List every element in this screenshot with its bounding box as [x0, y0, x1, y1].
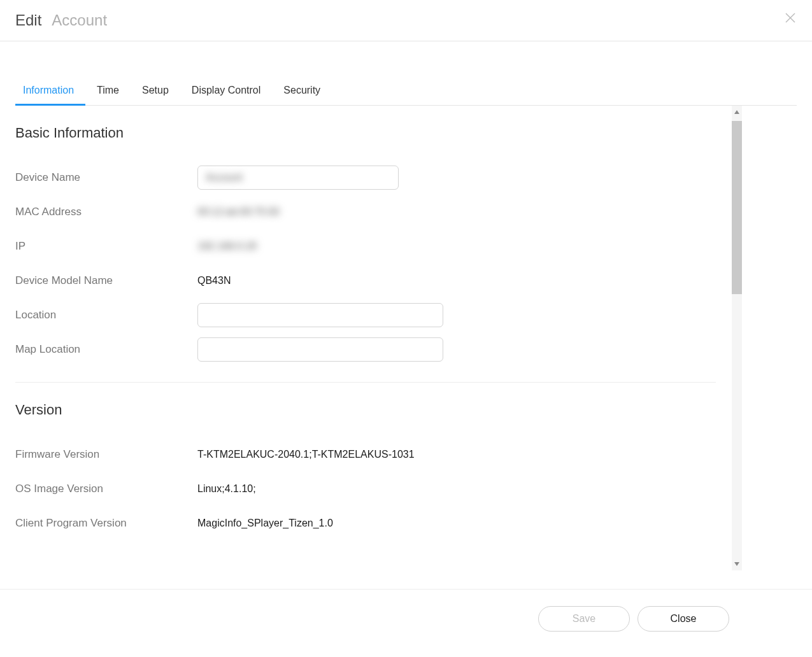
label-location: Location [15, 309, 197, 321]
close-button[interactable]: Close [637, 606, 729, 632]
value-client-program-version: MagicInfo_SPlayer_Tizen_1.0 [197, 518, 333, 529]
scrollbar[interactable] [732, 106, 742, 570]
location-input[interactable] [197, 303, 443, 327]
row-map-location: Map Location [15, 332, 716, 367]
header-account-label: Account [52, 11, 107, 29]
section-basic-information: Basic Information Device Name Account MA… [15, 125, 716, 383]
label-firmware-version: Firmware Version [15, 448, 197, 461]
scrollbar-thumb[interactable] [732, 121, 742, 294]
tab-information[interactable]: Information [15, 77, 85, 105]
label-map-location: Map Location [15, 343, 197, 356]
device-name-input[interactable]: Account [197, 166, 399, 190]
row-device-model-name: Device Model Name QB43N [15, 264, 716, 298]
value-firmware-version: T-KTM2ELAKUC-2040.1;T-KTM2ELAKUS-1031 [197, 449, 415, 460]
content-area: Basic Information Device Name Account MA… [0, 106, 812, 570]
value-os-image-version: Linux;4.1.10; [197, 483, 256, 495]
label-os-image-version: OS Image Version [15, 483, 197, 495]
row-client-program-version: Client Program Version MagicInfo_SPlayer… [15, 506, 716, 540]
label-client-program-version: Client Program Version [15, 517, 197, 530]
row-device-name: Device Name Account [15, 160, 716, 195]
close-icon[interactable] [784, 11, 797, 24]
tab-time[interactable]: Time [85, 77, 131, 105]
label-device-model-name: Device Model Name [15, 274, 197, 287]
save-button[interactable]: Save [538, 606, 630, 632]
scroll-up-icon[interactable] [732, 107, 742, 117]
device-name-value: Account [206, 172, 243, 183]
tabs-container: Information Time Setup Display Control S… [0, 77, 812, 106]
tab-setup[interactable]: Setup [131, 77, 180, 105]
svg-marker-2 [734, 110, 739, 114]
row-os-image-version: OS Image Version Linux;4.1.10; [15, 472, 716, 506]
tab-display-control[interactable]: Display Control [180, 77, 272, 105]
row-location: Location [15, 298, 716, 332]
section-title-basic: Basic Information [15, 125, 716, 141]
scroll-down-icon[interactable] [732, 559, 742, 569]
modal-header: Edit Account [0, 0, 812, 41]
label-device-name: Device Name [15, 171, 197, 184]
label-mac-address: MAC Address [15, 206, 197, 218]
map-location-input[interactable] [197, 337, 443, 362]
row-ip: IP 192.168.0.20 [15, 229, 716, 264]
value-device-model-name: QB43N [197, 275, 231, 286]
tab-security[interactable]: Security [272, 77, 332, 105]
value-ip: 192.168.0.20 [197, 241, 257, 252]
row-firmware-version: Firmware Version T-KTM2ELAKUC-2040.1;T-K… [15, 437, 716, 472]
svg-marker-3 [734, 562, 739, 566]
row-mac-address: MAC Address 00:12:ab:00:75:50 [15, 195, 716, 229]
label-ip: IP [15, 240, 197, 253]
section-version: Version Firmware Version T-KTM2ELAKUC-20… [15, 402, 716, 556]
section-title-version: Version [15, 402, 716, 418]
value-mac-address: 00:12:ab:00:75:50 [197, 206, 280, 218]
modal-footer: Save Close [0, 589, 812, 657]
header-edit-label: Edit [15, 11, 41, 29]
